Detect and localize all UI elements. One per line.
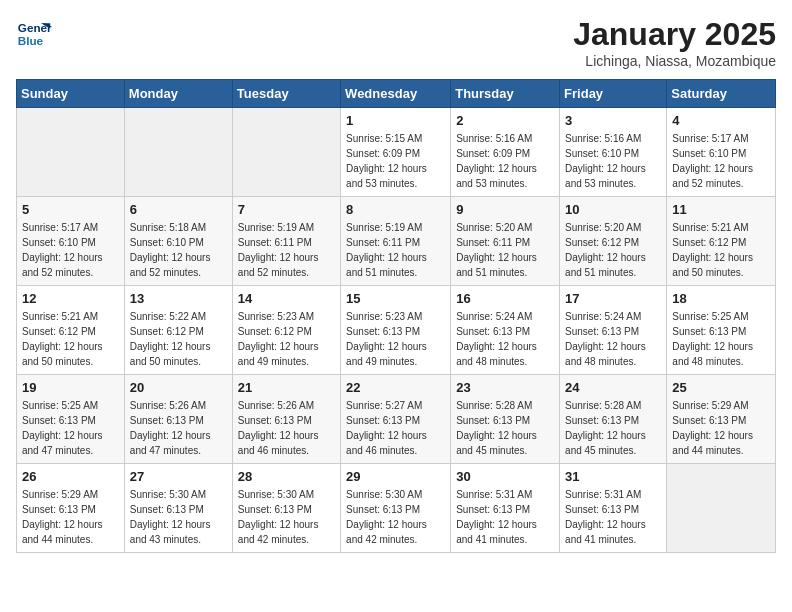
calendar-cell: 7Sunrise: 5:19 AMSunset: 6:11 PMDaylight… bbox=[232, 197, 340, 286]
calendar-cell: 30Sunrise: 5:31 AMSunset: 6:13 PMDayligh… bbox=[451, 464, 560, 553]
weekday-header-thursday: Thursday bbox=[451, 80, 560, 108]
calendar-cell: 10Sunrise: 5:20 AMSunset: 6:12 PMDayligh… bbox=[560, 197, 667, 286]
day-info: Sunrise: 5:17 AMSunset: 6:10 PMDaylight:… bbox=[672, 131, 770, 191]
weekday-header-friday: Friday bbox=[560, 80, 667, 108]
title-block: January 2025 Lichinga, Niassa, Mozambiqu… bbox=[573, 16, 776, 69]
day-number: 5 bbox=[22, 202, 119, 217]
day-number: 10 bbox=[565, 202, 661, 217]
day-number: 29 bbox=[346, 469, 445, 484]
day-info: Sunrise: 5:31 AMSunset: 6:13 PMDaylight:… bbox=[565, 487, 661, 547]
day-info: Sunrise: 5:21 AMSunset: 6:12 PMDaylight:… bbox=[672, 220, 770, 280]
day-number: 2 bbox=[456, 113, 554, 128]
calendar-week-2: 5Sunrise: 5:17 AMSunset: 6:10 PMDaylight… bbox=[17, 197, 776, 286]
day-number: 31 bbox=[565, 469, 661, 484]
day-number: 28 bbox=[238, 469, 335, 484]
day-number: 19 bbox=[22, 380, 119, 395]
calendar-cell: 20Sunrise: 5:26 AMSunset: 6:13 PMDayligh… bbox=[124, 375, 232, 464]
calendar-cell: 13Sunrise: 5:22 AMSunset: 6:12 PMDayligh… bbox=[124, 286, 232, 375]
day-info: Sunrise: 5:16 AMSunset: 6:10 PMDaylight:… bbox=[565, 131, 661, 191]
day-number: 4 bbox=[672, 113, 770, 128]
day-info: Sunrise: 5:18 AMSunset: 6:10 PMDaylight:… bbox=[130, 220, 227, 280]
day-info: Sunrise: 5:17 AMSunset: 6:10 PMDaylight:… bbox=[22, 220, 119, 280]
day-number: 14 bbox=[238, 291, 335, 306]
logo: General Blue bbox=[16, 16, 52, 52]
calendar-cell: 8Sunrise: 5:19 AMSunset: 6:11 PMDaylight… bbox=[341, 197, 451, 286]
calendar-cell: 18Sunrise: 5:25 AMSunset: 6:13 PMDayligh… bbox=[667, 286, 776, 375]
day-info: Sunrise: 5:28 AMSunset: 6:13 PMDaylight:… bbox=[456, 398, 554, 458]
calendar-cell: 29Sunrise: 5:30 AMSunset: 6:13 PMDayligh… bbox=[341, 464, 451, 553]
calendar-cell: 19Sunrise: 5:25 AMSunset: 6:13 PMDayligh… bbox=[17, 375, 125, 464]
calendar-cell bbox=[17, 108, 125, 197]
day-number: 16 bbox=[456, 291, 554, 306]
calendar-cell: 23Sunrise: 5:28 AMSunset: 6:13 PMDayligh… bbox=[451, 375, 560, 464]
weekday-header-wednesday: Wednesday bbox=[341, 80, 451, 108]
day-info: Sunrise: 5:25 AMSunset: 6:13 PMDaylight:… bbox=[22, 398, 119, 458]
calendar-cell: 31Sunrise: 5:31 AMSunset: 6:13 PMDayligh… bbox=[560, 464, 667, 553]
weekday-header-saturday: Saturday bbox=[667, 80, 776, 108]
day-number: 11 bbox=[672, 202, 770, 217]
day-number: 13 bbox=[130, 291, 227, 306]
day-info: Sunrise: 5:23 AMSunset: 6:12 PMDaylight:… bbox=[238, 309, 335, 369]
day-info: Sunrise: 5:30 AMSunset: 6:13 PMDaylight:… bbox=[130, 487, 227, 547]
day-info: Sunrise: 5:20 AMSunset: 6:11 PMDaylight:… bbox=[456, 220, 554, 280]
weekday-header-sunday: Sunday bbox=[17, 80, 125, 108]
calendar-cell: 24Sunrise: 5:28 AMSunset: 6:13 PMDayligh… bbox=[560, 375, 667, 464]
day-number: 23 bbox=[456, 380, 554, 395]
calendar-cell: 5Sunrise: 5:17 AMSunset: 6:10 PMDaylight… bbox=[17, 197, 125, 286]
day-number: 12 bbox=[22, 291, 119, 306]
day-info: Sunrise: 5:19 AMSunset: 6:11 PMDaylight:… bbox=[238, 220, 335, 280]
day-number: 30 bbox=[456, 469, 554, 484]
calendar-week-5: 26Sunrise: 5:29 AMSunset: 6:13 PMDayligh… bbox=[17, 464, 776, 553]
calendar-week-1: 1Sunrise: 5:15 AMSunset: 6:09 PMDaylight… bbox=[17, 108, 776, 197]
calendar-cell: 16Sunrise: 5:24 AMSunset: 6:13 PMDayligh… bbox=[451, 286, 560, 375]
calendar-week-4: 19Sunrise: 5:25 AMSunset: 6:13 PMDayligh… bbox=[17, 375, 776, 464]
calendar-cell: 12Sunrise: 5:21 AMSunset: 6:12 PMDayligh… bbox=[17, 286, 125, 375]
calendar-cell: 22Sunrise: 5:27 AMSunset: 6:13 PMDayligh… bbox=[341, 375, 451, 464]
day-info: Sunrise: 5:15 AMSunset: 6:09 PMDaylight:… bbox=[346, 131, 445, 191]
day-info: Sunrise: 5:29 AMSunset: 6:13 PMDaylight:… bbox=[22, 487, 119, 547]
day-info: Sunrise: 5:28 AMSunset: 6:13 PMDaylight:… bbox=[565, 398, 661, 458]
calendar-cell: 15Sunrise: 5:23 AMSunset: 6:13 PMDayligh… bbox=[341, 286, 451, 375]
calendar-cell: 4Sunrise: 5:17 AMSunset: 6:10 PMDaylight… bbox=[667, 108, 776, 197]
day-info: Sunrise: 5:26 AMSunset: 6:13 PMDaylight:… bbox=[130, 398, 227, 458]
calendar-cell: 3Sunrise: 5:16 AMSunset: 6:10 PMDaylight… bbox=[560, 108, 667, 197]
day-number: 3 bbox=[565, 113, 661, 128]
day-number: 15 bbox=[346, 291, 445, 306]
calendar-cell: 25Sunrise: 5:29 AMSunset: 6:13 PMDayligh… bbox=[667, 375, 776, 464]
svg-text:General: General bbox=[18, 21, 52, 34]
day-info: Sunrise: 5:24 AMSunset: 6:13 PMDaylight:… bbox=[456, 309, 554, 369]
day-info: Sunrise: 5:30 AMSunset: 6:13 PMDaylight:… bbox=[346, 487, 445, 547]
month-title: January 2025 bbox=[573, 16, 776, 53]
page-header: General Blue January 2025 Lichinga, Nias… bbox=[16, 16, 776, 69]
logo-icon: General Blue bbox=[16, 16, 52, 52]
calendar-week-3: 12Sunrise: 5:21 AMSunset: 6:12 PMDayligh… bbox=[17, 286, 776, 375]
day-info: Sunrise: 5:21 AMSunset: 6:12 PMDaylight:… bbox=[22, 309, 119, 369]
day-number: 6 bbox=[130, 202, 227, 217]
day-info: Sunrise: 5:27 AMSunset: 6:13 PMDaylight:… bbox=[346, 398, 445, 458]
weekday-header-row: SundayMondayTuesdayWednesdayThursdayFrid… bbox=[17, 80, 776, 108]
location-subtitle: Lichinga, Niassa, Mozambique bbox=[573, 53, 776, 69]
day-number: 22 bbox=[346, 380, 445, 395]
calendar-cell bbox=[124, 108, 232, 197]
calendar-cell bbox=[667, 464, 776, 553]
day-info: Sunrise: 5:19 AMSunset: 6:11 PMDaylight:… bbox=[346, 220, 445, 280]
weekday-header-monday: Monday bbox=[124, 80, 232, 108]
calendar-cell: 2Sunrise: 5:16 AMSunset: 6:09 PMDaylight… bbox=[451, 108, 560, 197]
day-number: 27 bbox=[130, 469, 227, 484]
day-info: Sunrise: 5:20 AMSunset: 6:12 PMDaylight:… bbox=[565, 220, 661, 280]
day-info: Sunrise: 5:24 AMSunset: 6:13 PMDaylight:… bbox=[565, 309, 661, 369]
day-number: 25 bbox=[672, 380, 770, 395]
day-number: 8 bbox=[346, 202, 445, 217]
svg-text:Blue: Blue bbox=[18, 34, 44, 47]
calendar-cell: 14Sunrise: 5:23 AMSunset: 6:12 PMDayligh… bbox=[232, 286, 340, 375]
calendar-cell: 21Sunrise: 5:26 AMSunset: 6:13 PMDayligh… bbox=[232, 375, 340, 464]
calendar-cell: 28Sunrise: 5:30 AMSunset: 6:13 PMDayligh… bbox=[232, 464, 340, 553]
day-info: Sunrise: 5:31 AMSunset: 6:13 PMDaylight:… bbox=[456, 487, 554, 547]
day-info: Sunrise: 5:30 AMSunset: 6:13 PMDaylight:… bbox=[238, 487, 335, 547]
day-info: Sunrise: 5:29 AMSunset: 6:13 PMDaylight:… bbox=[672, 398, 770, 458]
day-number: 1 bbox=[346, 113, 445, 128]
day-info: Sunrise: 5:25 AMSunset: 6:13 PMDaylight:… bbox=[672, 309, 770, 369]
day-number: 9 bbox=[456, 202, 554, 217]
day-number: 18 bbox=[672, 291, 770, 306]
calendar-cell: 17Sunrise: 5:24 AMSunset: 6:13 PMDayligh… bbox=[560, 286, 667, 375]
